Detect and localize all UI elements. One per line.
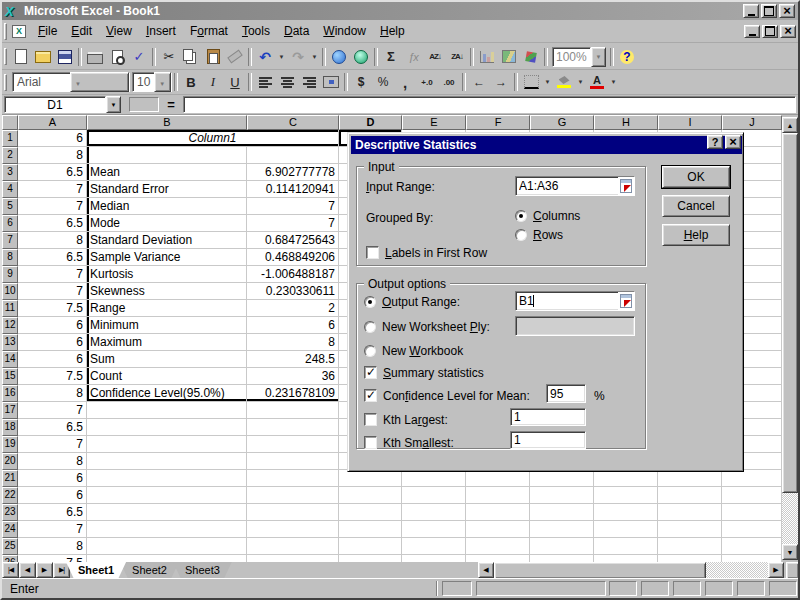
cell-col-c[interactable]: 0.468849206: [247, 249, 339, 266]
column-header[interactable]: C: [247, 115, 339, 130]
sep[interactable]: [512, 71, 520, 93]
name-box[interactable]: D1: [4, 96, 106, 113]
row-header[interactable]: 26: [2, 555, 18, 562]
cell-col-f[interactable]: [466, 487, 530, 504]
cell-col-c[interactable]: [247, 402, 339, 419]
cell-col-a[interactable]: 8: [18, 453, 87, 470]
formula-input[interactable]: [183, 96, 796, 113]
row-header[interactable]: 20: [2, 453, 18, 470]
cell-col-b[interactable]: Sum: [87, 351, 247, 368]
rows-radio[interactable]: [515, 229, 527, 241]
new-worksheet-field[interactable]: [515, 316, 635, 336]
equals-button[interactable]: =: [163, 97, 179, 113]
cell-col-c[interactable]: [247, 453, 339, 470]
cell-col-b[interactable]: [87, 147, 247, 164]
cell-col-a[interactable]: 7: [18, 521, 87, 538]
cell-col-b[interactable]: Standard Error: [87, 181, 247, 198]
cell-col-c[interactable]: [247, 470, 339, 487]
row-header[interactable]: 15: [2, 368, 18, 385]
select-all-corner[interactable]: [2, 115, 18, 130]
cell-col-f[interactable]: [466, 521, 530, 538]
paste-icon[interactable]: [202, 46, 224, 68]
cell-col-d[interactable]: [339, 538, 402, 555]
cell-col-f[interactable]: [466, 538, 530, 555]
toolbar-grip[interactable]: [4, 74, 7, 91]
decrease-indent-icon[interactable]: [468, 71, 490, 93]
cell-col-a[interactable]: 6.5: [18, 215, 87, 232]
cell-col-c[interactable]: [247, 521, 339, 538]
output-range-field[interactable]: [516, 292, 618, 310]
help-button[interactable]: Help: [662, 224, 730, 246]
row-header[interactable]: 9: [2, 266, 18, 283]
row-header[interactable]: 1: [2, 130, 18, 147]
new-icon[interactable]: [10, 46, 32, 68]
cell-col-h[interactable]: [594, 555, 658, 562]
row-header[interactable]: 5: [2, 198, 18, 215]
row-header[interactable]: 7: [2, 232, 18, 249]
web-icon[interactable]: [350, 46, 372, 68]
sort-za-icon[interactable]: [446, 46, 468, 68]
column-header[interactable]: B: [87, 115, 247, 130]
input-range-field[interactable]: [516, 177, 618, 195]
cell-col-h[interactable]: [594, 470, 658, 487]
row-header[interactable]: 25: [2, 538, 18, 555]
cell-col-h[interactable]: [594, 521, 658, 538]
increase-decimal-icon[interactable]: [416, 71, 438, 93]
cell-col-b[interactable]: [87, 402, 247, 419]
cell-col-a[interactable]: 7: [18, 198, 87, 215]
cell-col-b[interactable]: Confidence Level(95.0%): [87, 385, 247, 402]
row-header[interactable]: 16: [2, 385, 18, 402]
function-icon[interactable]: [402, 46, 424, 68]
cell-col-a[interactable]: 7.5: [18, 300, 87, 317]
cell-col-b[interactable]: Count: [87, 368, 247, 385]
cell-col-i[interactable]: [658, 538, 722, 555]
ok-button[interactable]: OK: [662, 166, 730, 188]
doc-minimize-button[interactable]: [744, 25, 760, 38]
cell-col-d[interactable]: [339, 555, 402, 562]
cell-col-a[interactable]: 7.5: [18, 368, 87, 385]
dropdown[interactable]: [575, 71, 586, 93]
cell-col-a[interactable]: 7: [18, 181, 87, 198]
cell-col-f[interactable]: [466, 470, 530, 487]
borders-icon[interactable]: [520, 71, 542, 93]
cell-col-c[interactable]: 0.114120941: [247, 181, 339, 198]
cell-col-c[interactable]: [247, 436, 339, 453]
zoom-select[interactable]: 100%: [552, 47, 606, 67]
cell-col-c[interactable]: 0.684725643: [247, 232, 339, 249]
row-header[interactable]: 10: [2, 283, 18, 300]
cell-col-a[interactable]: 6.5: [18, 249, 87, 266]
sheet-tab[interactable]: Sheet1: [66, 562, 126, 579]
next-sheet-icon[interactable]: [36, 562, 53, 578]
summary-statistics-checkbox[interactable]: [364, 366, 377, 379]
cell-col-e[interactable]: [402, 470, 466, 487]
cell-col-f[interactable]: [466, 504, 530, 521]
cell-col-a[interactable]: 6.5: [18, 164, 87, 181]
cell-col-b[interactable]: [87, 419, 247, 436]
dialog-title-bar[interactable]: Descriptive Statistics: [351, 136, 742, 154]
align-center-icon[interactable]: [276, 71, 298, 93]
cell-col-b[interactable]: Range: [87, 300, 247, 317]
kth-largest-field[interactable]: [511, 409, 585, 425]
cell-col-a[interactable]: 6: [18, 487, 87, 504]
cell-col-b[interactable]: [87, 504, 247, 521]
percent-icon[interactable]: [372, 71, 394, 93]
autosum-icon[interactable]: [380, 46, 402, 68]
columns-radio[interactable]: [515, 210, 527, 222]
labels-first-row-checkbox[interactable]: [366, 246, 379, 259]
sep[interactable]: [460, 71, 468, 93]
chart-icon[interactable]: [476, 46, 498, 68]
sep[interactable]: [342, 71, 350, 93]
underline-icon[interactable]: [224, 71, 246, 93]
cell-col-g[interactable]: [530, 555, 594, 562]
cell-col-e[interactable]: [402, 555, 466, 562]
row-header[interactable]: 23: [2, 504, 18, 521]
cell-col-g[interactable]: [530, 487, 594, 504]
vertical-scroll-track[interactable]: [782, 493, 798, 544]
column-header[interactable]: D: [339, 115, 402, 130]
cell-col-e[interactable]: [402, 538, 466, 555]
comma-icon[interactable]: [394, 71, 416, 93]
cell-col-a[interactable]: 7: [18, 266, 87, 283]
cell-col-c[interactable]: 7: [247, 215, 339, 232]
toolbar-grip[interactable]: [4, 48, 7, 65]
column-header[interactable]: F: [466, 115, 530, 130]
